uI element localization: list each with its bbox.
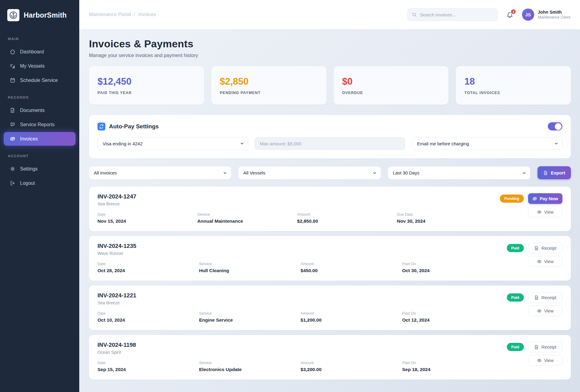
nav-section-account: ACCOUNT — [0, 154, 79, 158]
receipt-button[interactable]: Receipt — [528, 243, 562, 253]
invoice-row: INV-2024-1235 Wave Runner DateOct 28, 20… — [89, 236, 571, 281]
sidebar-item-label: Dashboard — [20, 49, 44, 55]
sidebar-item-label: Settings — [20, 166, 38, 172]
field-label: Amount — [301, 361, 396, 365]
status-badge: Pending — [500, 194, 524, 203]
sidebar-item-label: Documents — [20, 108, 45, 113]
export-button[interactable]: Export — [537, 166, 571, 179]
search-icon — [412, 12, 417, 17]
invoice-row: INV-2024-1247 Sea Breeze DateNov 15, 202… — [89, 187, 571, 231]
stat-card-overdue: $0 OVERDUE — [334, 66, 449, 105]
view-button[interactable]: View — [528, 355, 562, 366]
sidebar-item-label: Logout — [20, 181, 35, 186]
logout-icon — [10, 180, 15, 186]
export-icon — [543, 171, 548, 175]
notifications-button[interactable]: 3 — [506, 11, 513, 18]
status-badge: Paid — [507, 244, 524, 252]
sidebar-item-service-reports[interactable]: Service Reports — [4, 118, 76, 131]
field-label: Service — [199, 311, 294, 316]
field-label: Amount — [301, 262, 396, 266]
stat-label: PAID THIS YEAR — [97, 91, 196, 95]
action-label: Receipt — [541, 246, 556, 251]
export-label: Export — [551, 170, 565, 175]
stat-card-total-invoices: 18 TOTAL INVOICES — [456, 66, 571, 105]
stat-card-pending-payment: $2,850 PENDING PAYMENT — [211, 66, 326, 105]
notification-option-select[interactable]: Email me before charging — [412, 137, 562, 150]
vessel-filter-select[interactable]: All Vessels — [238, 167, 380, 179]
user-role: Maintenance Client — [538, 15, 570, 19]
date-filter-select[interactable]: Last 30 Days — [388, 167, 530, 179]
receipt-button[interactable]: Receipt — [528, 342, 562, 352]
invoice-id: INV-2024-1198 — [97, 342, 498, 348]
eye-icon — [537, 309, 542, 313]
view-button[interactable]: View — [528, 306, 562, 316]
sidebar-item-invoices[interactable]: Invoices — [4, 132, 76, 146]
topbar: Maintenance Portal / Invoices 3 JS John … — [79, 0, 580, 29]
receipt-icon — [534, 295, 539, 300]
sidebar-item-label: Schedule Service — [20, 78, 58, 83]
sidebar-item-logout[interactable]: Logout — [4, 176, 76, 190]
invoice-vessel: Sea Breeze — [97, 300, 498, 305]
view-button[interactable]: View — [528, 207, 562, 217]
action-label: Receipt — [541, 345, 556, 350]
sidebar-item-dashboard[interactable]: Dashboard — [4, 45, 76, 59]
invoice-row: INV-2024-1198 Ocean Spirit DateSep 15, 2… — [89, 335, 571, 380]
receipt-icon — [534, 345, 539, 350]
eye-icon — [537, 259, 542, 264]
receipt-button[interactable]: Receipt — [528, 292, 562, 303]
notification-badge: 3 — [510, 9, 516, 15]
field-value: Oct 12, 2024 — [402, 317, 497, 323]
max-amount-input[interactable] — [255, 137, 405, 150]
filters-row: All Invoices All Vessels Last 30 Days — [89, 166, 571, 179]
invoice-icon — [10, 136, 15, 142]
field-label: Paid On — [402, 361, 497, 365]
sidebar-item-settings[interactable]: Settings — [4, 162, 76, 176]
field-value: $1,200.00 — [301, 317, 396, 323]
breadcrumb-parent[interactable]: Maintenance Portal — [89, 12, 131, 17]
invoice-filter-select[interactable]: All Invoices — [89, 167, 231, 179]
nav-section-main: MAIN — [0, 37, 79, 41]
sidebar-item-label: My Vessels — [20, 63, 45, 69]
stats-row: $12,450 PAID THIS YEAR $2,850 PENDING PA… — [89, 66, 571, 105]
sidebar-item-documents[interactable]: Documents — [4, 103, 76, 117]
field-label: Paid On — [402, 262, 497, 266]
vessel-icon — [10, 63, 15, 69]
field-value: Oct 10, 2024 — [97, 317, 193, 323]
field-value: Nov 30, 2024 — [397, 218, 491, 224]
field-value: $450.00 — [301, 268, 396, 273]
breadcrumb-separator: / — [134, 12, 135, 17]
payment-method-select[interactable]: Visa ending in 4242 — [97, 137, 248, 150]
field-label: Amount — [301, 311, 396, 316]
field-label: Service — [199, 361, 294, 365]
document-icon — [10, 107, 15, 113]
sidebar-item-my-vessels[interactable]: My Vessels — [4, 59, 76, 73]
invoice-id: INV-2024-1235 — [97, 243, 498, 249]
sidebar-item-schedule-service[interactable]: Schedule Service — [4, 73, 76, 87]
nav-section-records: RECORDS — [0, 96, 79, 99]
field-value: $2,850.00 — [297, 218, 391, 224]
breadcrumb: Maintenance Portal / Invoices — [89, 12, 156, 17]
autopay-title: Auto-Pay Settings — [109, 123, 159, 130]
field-label: Date — [97, 311, 193, 316]
pay-now-button[interactable]: Pay Now — [528, 193, 562, 204]
page-subtitle: Manage your service invoices and payment… — [89, 53, 571, 58]
status-badge: Paid — [507, 343, 524, 351]
stat-value: $2,850 — [220, 76, 318, 87]
stat-value: $12,450 — [97, 76, 196, 87]
field-value: Annual Maintenance — [197, 218, 291, 224]
search-input[interactable] — [420, 12, 493, 17]
field-value: Oct 28, 2024 — [97, 268, 193, 273]
user-menu[interactable]: JS John Smith Maintenance Client — [522, 8, 570, 21]
autopay-toggle[interactable] — [548, 122, 562, 130]
action-label: Receipt — [541, 295, 556, 300]
invoice-list: INV-2024-1247 Sea Breeze DateNov 15, 202… — [89, 187, 571, 380]
field-value: Electronics Update — [199, 367, 294, 372]
sidebar-item-label: Invoices — [20, 136, 38, 142]
view-button[interactable]: View — [528, 256, 562, 267]
field-value: Sep 18, 2024 — [402, 367, 497, 372]
search-box — [407, 8, 498, 21]
stat-value: $0 — [342, 76, 440, 87]
avatar: JS — [522, 8, 534, 21]
field-label: Date — [97, 361, 193, 365]
receipt-icon — [534, 246, 539, 251]
